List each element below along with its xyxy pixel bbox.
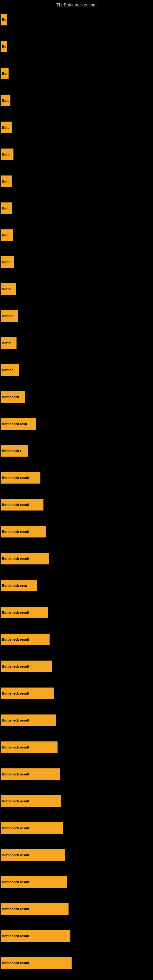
- bar-label: Bott: [2, 126, 9, 129]
- result-bar: Bot: [1, 68, 9, 79]
- bar-label: Bottleneck result: [2, 934, 29, 938]
- result-bar: Bottleneck result: [1, 714, 56, 726]
- result-bar: Bottlen: [1, 364, 19, 376]
- bar-label: Bottleneck result: [2, 719, 29, 722]
- bar-row: Bottleneck result: [0, 626, 153, 653]
- bar-label: Bottleneck result: [2, 745, 29, 749]
- bar-label: Bottleneck result: [2, 826, 29, 830]
- bar-label: Bottleneck result: [2, 476, 29, 480]
- result-bar: Bo: [1, 14, 7, 25]
- bar-label: Bottleneck result: [2, 907, 29, 911]
- result-bar: Bottleneck r: [1, 445, 28, 457]
- bar-row: Bottleneck result: [0, 923, 153, 950]
- bar-label: Bottleneck resu: [2, 422, 27, 426]
- result-bar: Bottleneck result: [1, 957, 72, 969]
- bar-label: Bottleneck result: [2, 961, 29, 965]
- bar-row: Bott: [0, 87, 153, 114]
- bar-label: Bottle: [2, 341, 11, 345]
- bar-row: Bo: [0, 33, 153, 60]
- bar-row: Bottleneck result: [0, 761, 153, 788]
- bar-label: Bottleneck result: [2, 557, 29, 560]
- bar-label: Bot: [2, 72, 7, 75]
- result-bar: Bo: [1, 41, 7, 52]
- bar-label: Bottleneck result: [2, 880, 29, 884]
- bar-label: Bottlen: [2, 314, 13, 318]
- bar-row: Bottleneck result: [0, 680, 153, 707]
- bar-label: Bottleneck result: [2, 638, 29, 641]
- bar-label: Bottleneck result: [2, 503, 29, 506]
- result-bar: Bottleneck result: [1, 822, 63, 834]
- bar-row: Bottleneck result: [0, 653, 153, 680]
- bar-label: Bottleneck r: [2, 449, 21, 453]
- result-bar: Bottleneck result: [1, 930, 70, 942]
- bar-label: Bottleneck result: [2, 665, 29, 668]
- bar-row: Bottle: [0, 329, 153, 356]
- bar-row: Bottleneck result: [0, 599, 153, 626]
- bar-row: Bo: [0, 6, 153, 33]
- bar-label: Bo: [2, 45, 6, 48]
- result-bar: Bottleneck resu: [1, 580, 37, 591]
- result-bar: Bottlen: [1, 310, 18, 322]
- bar-label: Bottl: [2, 153, 10, 156]
- bar-label: Bottl: [2, 260, 10, 264]
- bar-row: Bottle: [0, 275, 153, 302]
- result-bar: Bott: [1, 202, 12, 214]
- result-bar: Bottleneck result: [1, 795, 61, 807]
- result-bar: Bottleneck result: [1, 634, 49, 645]
- bar-row: Bottleneck resu: [0, 410, 153, 438]
- result-bar: Bottle: [1, 283, 16, 295]
- bar-label: Bottleneck result: [2, 799, 29, 803]
- bar-row: Bottlen: [0, 302, 153, 329]
- bar-label: Bottlen: [2, 368, 13, 372]
- result-bar: Bottleneck result: [1, 553, 49, 565]
- bar-row: Bottleneck result: [0, 815, 153, 842]
- bar-row: Bottleneck result: [0, 707, 153, 734]
- bar-row: Bottl: [0, 141, 153, 168]
- bar-row: Bottleneck result: [0, 734, 153, 761]
- result-bar: Bottleneck result: [1, 526, 46, 538]
- result-bar: Bottleneck result: [1, 849, 65, 861]
- result-bar: Bottl: [1, 256, 14, 268]
- bars-container: BoBoBotBottBottBottlBottBottBottBottlBot…: [0, 6, 153, 976]
- result-bar: Bott: [1, 95, 10, 106]
- result-bar: Bottleneck result: [1, 499, 43, 511]
- bar-row: Bott: [0, 195, 153, 222]
- bar-row: Bottleneck result: [0, 545, 153, 572]
- result-bar: Bottleneck result: [1, 903, 69, 915]
- bar-label: Bottleneck resu: [2, 584, 27, 587]
- bar-row: Bottleneck result: [0, 869, 153, 896]
- result-bar: Bottl: [1, 148, 13, 160]
- bar-label: Bott: [2, 180, 9, 183]
- bar-label: Bottleneck result: [2, 772, 29, 776]
- result-bar: Bottleneck result: [1, 768, 60, 780]
- bar-row: Bott: [0, 114, 153, 141]
- bar-label: Bott: [2, 207, 9, 210]
- bar-row: Bottleneck resu: [0, 572, 153, 599]
- bar-label: Bott: [2, 99, 9, 102]
- bar-row: Bottl: [0, 249, 153, 275]
- bar-row: Bot: [0, 60, 153, 87]
- bar-row: Bottlen: [0, 356, 153, 383]
- bar-label: Bottle: [2, 287, 11, 291]
- bar-label: Bottleneck result: [2, 530, 29, 533]
- result-bar: Bottleneck: [1, 391, 25, 403]
- result-bar: Bottleneck result: [1, 741, 57, 753]
- bar-row: Bottleneck result: [0, 842, 153, 869]
- bar-label: Bott: [2, 233, 9, 237]
- result-bar: Bottleneck result: [1, 876, 67, 888]
- bar-row: Bottleneck result: [0, 896, 153, 923]
- bar-row: Bott: [0, 168, 153, 195]
- bar-row: Bott: [0, 222, 153, 249]
- result-bar: Bottleneck result: [1, 472, 40, 484]
- bar-row: Bottleneck result: [0, 788, 153, 815]
- result-bar: Bott: [1, 122, 12, 133]
- bar-row: Bottleneck result: [0, 491, 153, 518]
- result-bar: Bott: [1, 229, 13, 241]
- bar-row: Bottleneck: [0, 383, 153, 410]
- bar-row: Bottleneck result: [0, 950, 153, 976]
- bar-label: Bottleneck result: [2, 853, 29, 857]
- bar-label: Bottleneck result: [2, 692, 29, 695]
- bar-label: Bottleneck result: [2, 611, 29, 614]
- result-bar: Bottleneck result: [1, 607, 48, 618]
- bar-label: Bo: [2, 18, 6, 21]
